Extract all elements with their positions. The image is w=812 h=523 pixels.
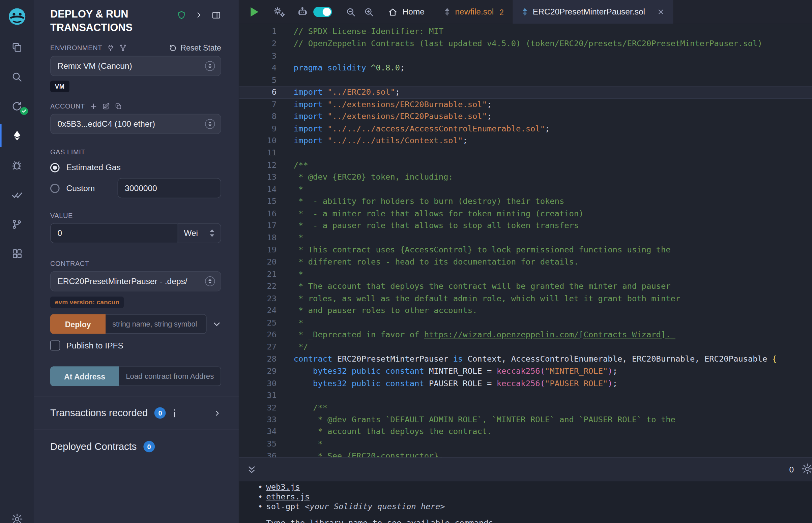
code-line[interactable]: 11 — [239, 147, 812, 159]
code-line[interactable]: 26 * _Deprecated in favor of https://wiz… — [239, 329, 812, 341]
sidebar-item-static-analysis[interactable] — [0, 183, 34, 206]
edit-account-icon[interactable] — [102, 103, 110, 110]
sidebar-item-deploy-run[interactable] — [0, 124, 34, 147]
terminal-collapse-button[interactable] — [247, 464, 257, 475]
contract-select[interactable]: ERC20PresetMinterPauser - .deps/ — [50, 271, 221, 291]
tab-problem-count: 2 — [499, 7, 504, 16]
code-editor[interactable]: 1// SPDX-License-Identifier: MIT2// Open… — [239, 24, 812, 457]
code-line[interactable]: 12/** — [239, 159, 812, 172]
zoom-in-icon — [364, 6, 374, 17]
home-icon — [388, 7, 398, 17]
code-line[interactable]: 24 * and pauser roles to other accounts. — [239, 305, 812, 317]
deploy-args-input[interactable] — [106, 314, 206, 333]
terminal-hint: Type the library name to see available c… — [258, 519, 812, 523]
reset-state-button[interactable]: Reset State — [169, 43, 221, 52]
sidebar-item-plugin-manager[interactable] — [0, 242, 34, 265]
sidebar-item-file-explorer[interactable] — [0, 36, 34, 59]
add-account-icon[interactable] — [90, 103, 98, 110]
run-script-button[interactable] — [250, 7, 258, 17]
code-line[interactable]: 7import "../extensions/ERC20Burnable.sol… — [239, 99, 812, 111]
deploy-button[interactable]: Deploy — [50, 314, 106, 333]
sidebar-item-search[interactable] — [0, 65, 34, 88]
code-line[interactable]: 9import "../../../access/AccessControlEn… — [239, 123, 812, 135]
gas-limit-label: GAS LIMIT — [50, 148, 85, 156]
code-line[interactable]: 33 * @dev Grants `DEFAULT_ADMIN_ROLE`, `… — [239, 414, 812, 426]
code-line[interactable]: 15 * - ability for holders to burn (dest… — [239, 196, 812, 208]
deployed-contracts-section[interactable]: Deployed Contracts 0 — [34, 430, 239, 463]
transactions-recorded-section[interactable]: Transactions recorded 0 — [34, 396, 239, 430]
terminal-header: 0 — [239, 458, 812, 482]
terminal-entry[interactable]: •web3.js — [258, 482, 812, 492]
ai-copilot-button[interactable] — [296, 6, 308, 18]
code-line[interactable]: 35 * — [239, 438, 812, 451]
code-line[interactable]: 16 * - a minter role that allows for tok… — [239, 208, 812, 220]
code-line[interactable]: 10import "../../../utils/Context.sol"; — [239, 135, 812, 147]
environment-select[interactable]: Remix VM (Cancun) — [50, 56, 221, 76]
code-line[interactable]: 29 bytes32 public constant MINTER_ROLE =… — [239, 366, 812, 378]
code-line[interactable]: 2// OpenZeppelin Contracts (last updated… — [239, 38, 812, 50]
code-line[interactable]: 27 */ — [239, 341, 812, 354]
code-line[interactable]: 6import "../ERC20.sol"; — [239, 87, 812, 99]
custom-gas-radio[interactable] — [50, 183, 60, 193]
code-line[interactable]: 30 bytes32 public constant PAUSER_ROLE =… — [239, 378, 812, 390]
code-line[interactable]: 28contract ERC20PresetMinterPauser is Co… — [239, 354, 812, 366]
code-line[interactable]: 13 * @dev {ERC20} token, including: — [239, 172, 812, 184]
value-unit-select[interactable]: Wei — [178, 223, 221, 243]
code-line[interactable]: 34 * account that deploys the contract. — [239, 426, 812, 438]
estimated-gas-option[interactable]: Estimated Gas — [50, 163, 221, 173]
chevron-right-icon[interactable] — [213, 409, 221, 417]
sidebar-item-solidity-compiler[interactable] — [0, 95, 34, 118]
sidebar-item-git[interactable] — [0, 213, 34, 236]
copilot-toggle[interactable] — [313, 7, 332, 17]
code-line[interactable]: 22 * The account that deploys the contra… — [239, 281, 812, 293]
publish-ipfs-checkbox[interactable] — [50, 340, 60, 350]
zoom-in-button[interactable] — [364, 6, 374, 17]
code-line[interactable]: 19 * This contract uses {AccessControl} … — [239, 244, 812, 256]
contract-label: CONTRACT — [50, 260, 89, 268]
terminal-entry[interactable]: •sol-gpt <your Solidity question here> — [258, 502, 812, 512]
code-line[interactable]: 31 — [239, 390, 812, 402]
code-line[interactable]: 36 * See {ERC20-constructor}. — [239, 451, 812, 458]
zoom-out-button[interactable] — [345, 6, 356, 17]
terminal-entry[interactable]: •ethers.js — [258, 492, 812, 502]
info-icon[interactable] — [173, 409, 177, 417]
code-line[interactable]: 4pragma solidity ^0.8.0; — [239, 62, 812, 74]
tab-home[interactable]: Home — [388, 7, 425, 17]
code-line[interactable]: 21 * — [239, 269, 812, 281]
copy-account-icon[interactable] — [114, 103, 122, 110]
deploy-expand-icon[interactable] — [212, 320, 221, 328]
terminal[interactable]: •web3.js•ethers.js•sol-gpt <your Solidit… — [239, 481, 812, 523]
code-line[interactable]: 1// SPDX-License-Identifier: MIT — [239, 26, 812, 38]
at-address-input[interactable] — [119, 366, 221, 386]
code-line[interactable]: 8import "../extensions/ERC20Pausable.sol… — [239, 111, 812, 123]
vm-badge: VM — [50, 81, 69, 92]
terminal-list: •web3.js•ethers.js•sol-gpt <your Solidit… — [258, 482, 812, 512]
account-select[interactable]: 0x5B3...eddC4 (100 ether) — [50, 114, 221, 134]
value-input[interactable] — [50, 223, 178, 243]
terminal-right-icon[interactable] — [801, 462, 812, 477]
remix-logo[interactable] — [5, 4, 28, 29]
expand-panel-icon[interactable] — [195, 11, 203, 20]
tab-newfile-sol[interactable]: newfile.sol 2 — [435, 0, 513, 24]
pin-panel-icon[interactable] — [211, 11, 221, 20]
sidebar-item-settings[interactable] — [0, 508, 34, 523]
at-address-button[interactable]: At Address — [50, 366, 119, 386]
code-line[interactable]: 25 * — [239, 317, 812, 329]
code-line[interactable]: 32 /** — [239, 402, 812, 414]
shield-icon[interactable] — [177, 11, 187, 20]
estimated-gas-radio[interactable] — [50, 163, 60, 173]
code-line[interactable]: 14 * — [239, 184, 812, 196]
script-config-button[interactable] — [272, 6, 286, 18]
code-line[interactable]: 5 — [239, 74, 812, 87]
code-line[interactable]: 20 * different roles - head to its docum… — [239, 256, 812, 269]
close-tab-icon[interactable] — [657, 8, 664, 16]
code-line[interactable]: 18 * — [239, 232, 812, 244]
code-line[interactable]: 17 * - a pauser role that allows to stop… — [239, 220, 812, 232]
tab-erc20presetminterpauser-sol[interactable]: ERC20PresetMinterPauser.sol — [513, 0, 673, 24]
code-line[interactable]: 23 * roles, as well as the default admin… — [239, 293, 812, 305]
publish-ipfs-option[interactable]: Publish to IPFS — [50, 340, 221, 350]
sidebar-item-debugger[interactable] — [0, 154, 34, 177]
code-line[interactable]: 3 — [239, 50, 812, 62]
editor-area: Home newfile.sol 2 ERC20PresetMin — [239, 0, 812, 523]
custom-gas-input[interactable] — [118, 178, 221, 198]
